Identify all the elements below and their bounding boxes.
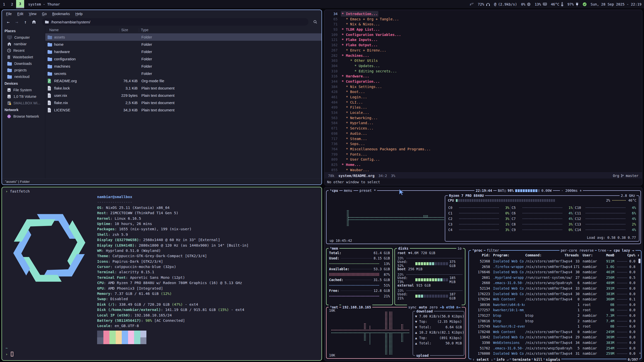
process-row[interactable]: 13642Isolated Web Co/nix/store/sm8fmrf3w… bbox=[471, 335, 639, 340]
proc-sort-selector[interactable]: ← cpu lazy → bbox=[608, 248, 635, 253]
status-segment-7[interactable] bbox=[583, 2, 587, 6]
column-size[interactable]: Size bbox=[121, 28, 128, 32]
file-row-flake-nix[interactable]: flake.nix2,5 KiBPlain text document bbox=[45, 99, 321, 106]
proc-percore-button[interactable]: per-core bbox=[559, 248, 578, 253]
tab-cpu[interactable]: ¹cpu bbox=[329, 188, 339, 193]
status-segment-5[interactable]: 46°C bbox=[551, 2, 564, 6]
status-segment-1[interactable]: 72% bbox=[478, 2, 490, 6]
org-heading-line[interactable]: 584* Hyprland... bbox=[325, 120, 642, 126]
org-heading-line[interactable]: 93* TLDR App List... bbox=[325, 27, 642, 32]
proc-scroll-down-icon[interactable]: ↓ bbox=[639, 351, 641, 355]
proc-footer-select[interactable]: ↑ select ↓ bbox=[471, 357, 494, 361]
org-heading-line[interactable]: 825* Home... bbox=[325, 162, 642, 167]
proc-header-threads[interactable]: Threads: bbox=[565, 253, 580, 258]
org-heading-line[interactable]: 304* Updates... bbox=[325, 63, 642, 69]
process-row[interactable]: 2658.firefox-wrappe/nix/store/sm8fmrf3wp… bbox=[471, 264, 639, 270]
org-heading-line[interactable]: 484* CLI... bbox=[325, 100, 642, 105]
home-button[interactable] bbox=[30, 18, 38, 26]
org-heading-line[interactable]: 717* Steam... bbox=[325, 136, 642, 142]
process-row[interactable]: 3390WebExtensions/nix/store/sm8fmrf3wps4… bbox=[471, 340, 639, 346]
sidebar-item-1-0-tb-volume[interactable]: 1,0 TB Volume bbox=[2, 93, 45, 100]
process-row[interactable]: 177257kworker/10:1-mm_1root0B0.0 bbox=[471, 307, 639, 313]
process-row[interactable]: 38936kworker/u64:6-kc1root0B0.0 bbox=[471, 302, 639, 308]
process-row[interactable]: 2660.emacs-31.0.50-/nix/store/wnqz5pa8ra… bbox=[471, 280, 639, 286]
file-row-license[interactable]: LICENSE34,3 KiBPlain text document bbox=[45, 106, 321, 114]
org-heading-line[interactable]: 344* Configuration... bbox=[325, 79, 642, 84]
process-row[interactable]: 52134Isolated Web Co/nix/store/sm8fmrf3w… bbox=[471, 286, 639, 291]
org-heading-line[interactable]: 316* Hardware... bbox=[325, 74, 642, 79]
refresh-interval[interactable]: - 2000ms + bbox=[560, 188, 583, 193]
status-segment-6[interactable]: 97% bbox=[567, 2, 578, 6]
menu-item-help[interactable]: Help bbox=[73, 11, 85, 16]
proc-header-program[interactable]: Program: bbox=[493, 253, 525, 258]
process-row[interactable]: 176000Isolated Web Co/nix/store/sm8fmrf3… bbox=[471, 351, 639, 356]
sidebar-item-projects[interactable]: projects bbox=[2, 67, 45, 73]
proc-footer-terminate[interactable]: terminate bbox=[511, 357, 532, 361]
process-row[interactable]: 176223Isolated Web Co/nix/store/sm8fmrf3… bbox=[471, 291, 639, 297]
menu-item-bookmarks[interactable]: Bookmarks bbox=[50, 11, 72, 16]
org-heading-line[interactable]: 384* Nix Settings... bbox=[325, 84, 642, 89]
org-heading-line[interactable]: 121* Flake Inputs... bbox=[325, 37, 642, 42]
sidebar-item-computer[interactable]: Computer bbox=[2, 34, 45, 41]
org-heading-line[interactable]: 71* Nix & Nixos... bbox=[325, 22, 642, 27]
back-button[interactable]: ← bbox=[4, 18, 13, 26]
org-heading-line[interactable]: 499* Files... bbox=[325, 105, 642, 110]
file-row-hardware[interactable]: hardwareFolder bbox=[45, 48, 321, 55]
sidebar-item-nextcloud[interactable]: nextcloud bbox=[2, 73, 45, 80]
file-row-user-nix[interactable]: user.nix229 bytesPlain text document bbox=[45, 92, 321, 99]
process-row[interactable]: 176646Isolated Web Co/nix/store/sm8fmrf3… bbox=[471, 269, 639, 275]
status-segment-2[interactable]: @(2.9kb/s) bbox=[494, 2, 517, 7]
org-heading-line[interactable]: 671* Services... bbox=[325, 126, 642, 131]
proc-header-pid[interactable]: Pid: bbox=[471, 253, 490, 258]
proc-header-mem[interactable]: MemB bbox=[598, 253, 614, 258]
sidebar-item-wastebasket[interactable]: Wastebasket bbox=[2, 54, 45, 60]
org-heading-line[interactable]: 310* Editing secrets... bbox=[325, 69, 642, 74]
org-heading-line[interactable]: 65* Emacs + Org + Tangle... bbox=[325, 17, 642, 22]
proc-reverse-button[interactable]: reverse bbox=[578, 248, 595, 253]
process-row[interactable]: 178616btopbtop2nambiar7.4M0.0 bbox=[471, 319, 639, 324]
column-type[interactable]: Type bbox=[141, 28, 148, 32]
status-segment-3[interactable]: 0% bbox=[521, 2, 531, 6]
file-row-configuration[interactable]: configurationFolder bbox=[45, 55, 321, 63]
net-interface-switch[interactable]: ←b eth0 n→ bbox=[439, 305, 462, 310]
preset-button[interactable]: preset * bbox=[358, 188, 377, 193]
proc-scrollbar-thumb[interactable] bbox=[638, 259, 640, 263]
org-heading-line[interactable]: 799* Fonts... bbox=[325, 152, 642, 157]
sidebar-item-downloads[interactable]: Downloads bbox=[2, 60, 45, 67]
org-heading-line[interactable]: 267* Envrc + Direnv... bbox=[325, 48, 642, 53]
org-heading-line[interactable]: 162* Flake Output... bbox=[325, 42, 642, 48]
status-segment-8[interactable]: Sun, 28 Sep 2025 - 22:19 bbox=[591, 2, 641, 6]
process-row[interactable]: 52368Isolated Web Co/nix/store/sm8fmrf3w… bbox=[471, 259, 639, 264]
file-row-flake-lock[interactable]: flake.lock3,1 KiBPlain text document bbox=[45, 84, 321, 92]
proc-header-cpu[interactable]: Cpu% ↑ bbox=[625, 253, 639, 258]
status-segment-0[interactable]: zzz bbox=[470, 3, 474, 6]
file-row-secrets[interactable]: secretsFolder bbox=[45, 70, 321, 77]
workspace-1[interactable]: 1 bbox=[0, 0, 8, 8]
org-heading-line[interactable]: 855* Waubar... bbox=[325, 167, 642, 173]
org-heading-line[interactable]: 764* Miscellaneous Packages and Programs… bbox=[325, 147, 642, 152]
process-row[interactable]: 179127btopbtop2nambiar7.3M0.0 bbox=[471, 313, 639, 319]
org-heading-line[interactable]: 534* Locale... bbox=[325, 110, 642, 115]
tab-proc[interactable]: ⁴proc bbox=[471, 248, 484, 253]
process-row[interactable]: 2601.Hyprland-wrapp/run/current-system/s… bbox=[471, 275, 639, 281]
org-heading-line[interactable]: 282* Machines... bbox=[325, 53, 642, 58]
sidebar-item-browse-network[interactable]: Browse Network bbox=[2, 113, 45, 120]
proc-footer-kill[interactable]: kill bbox=[533, 357, 543, 361]
process-row[interactable]: 178294Web Content/nix/store/sm8fmrf3wps4… bbox=[471, 297, 639, 302]
process-row[interactable]: 175749kworker/6:2-even1root0B0.0 bbox=[471, 324, 639, 329]
workspace-2[interactable]: 2 bbox=[8, 0, 16, 8]
org-heading-line[interactable]: 34* Introduction... bbox=[325, 11, 642, 17]
sidebar-item-smallbox-wi-[interactable]: SMALLBOX Wi... bbox=[2, 100, 45, 106]
menu-item-edit[interactable]: Edit bbox=[15, 11, 26, 16]
proc-tree-button[interactable]: tree bbox=[597, 248, 608, 253]
column-name[interactable]: Name bbox=[49, 28, 59, 32]
process-row[interactable]: 178248Web Content/nix/store/sm8fmrf3wps4… bbox=[471, 329, 639, 335]
menu-item-file[interactable]: File bbox=[4, 11, 14, 16]
status-segment-4[interactable]: 13% bbox=[535, 2, 547, 6]
up-button[interactable]: ↑ bbox=[21, 18, 30, 26]
org-heading-line[interactable]: 428* Boot... bbox=[325, 89, 642, 95]
proc-filter-button[interactable]: filter bbox=[486, 248, 500, 253]
org-heading-line[interactable]: 736* Sops... bbox=[325, 141, 642, 147]
sidebar-item-file-system[interactable]: File System bbox=[2, 87, 45, 93]
file-row-readme-org[interactable]: README.org76,4 KiBOrg-mode file bbox=[45, 77, 321, 84]
